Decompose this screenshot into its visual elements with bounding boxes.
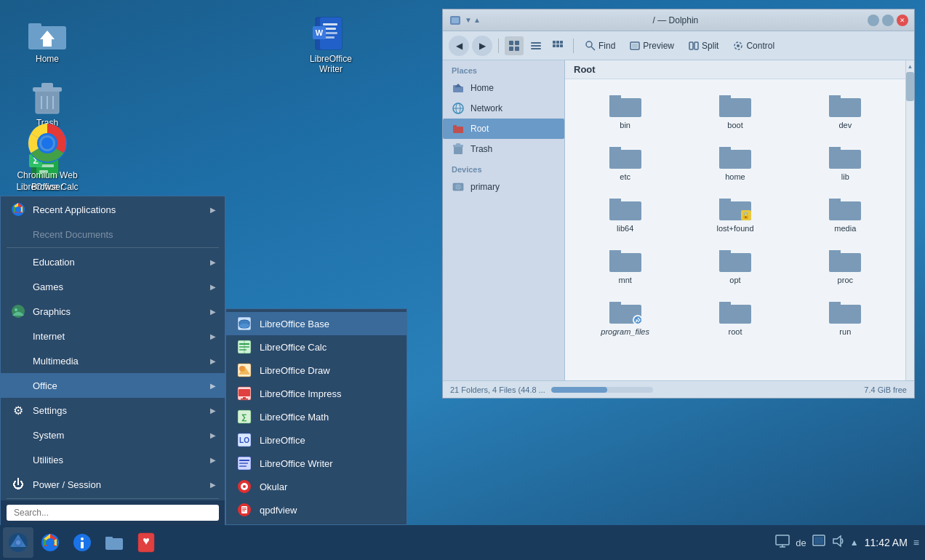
svg-marker-150: [833, 536, 841, 546]
sidebar-item-primary[interactable]: primary: [443, 177, 564, 197]
svg-rect-77: [560, 41, 563, 44]
submenu-item-okular[interactable]: Okular: [226, 475, 407, 498]
desktop-icon-home[interactable]: Home: [15, 15, 80, 64]
folder-icon-bin: [608, 91, 643, 119]
folder-icon-lib64: [608, 194, 643, 222]
menu-item-recent-docs[interactable]: Recent Documents: [1, 223, 225, 246]
menu-item-multimedia[interactable]: Multimedia ▶: [1, 348, 225, 373]
menu-item-utilities[interactable]: Utilities ▶: [1, 447, 225, 472]
search-input[interactable]: [7, 505, 219, 521]
folder-icon-dev: [828, 91, 862, 119]
file-item-boot[interactable]: boot: [681, 85, 789, 135]
statusbar-free: 7.4 GiB free: [864, 385, 907, 394]
preview-label: Preview: [643, 41, 674, 51]
maximize-button[interactable]: [882, 15, 894, 26]
submenu-item-lo-impress[interactable]: LibreOffice Impress: [226, 382, 407, 405]
preview-button[interactable]: Preview: [624, 38, 680, 54]
folder-icon-home: [718, 143, 753, 170]
back-button[interactable]: ◀: [449, 36, 469, 56]
lo-draw-icon: [236, 362, 252, 378]
sidebar-item-root[interactable]: Root: [443, 119, 564, 139]
find-button[interactable]: Find: [580, 38, 621, 54]
submenu-item-lo-math[interactable]: ∑ LibreOffice Math: [226, 405, 407, 428]
submenu-item-lo-draw[interactable]: LibreOffice Draw: [226, 359, 407, 382]
submenu-item-lo-base[interactable]: LibreOffice Base: [226, 312, 407, 335]
qpdfview-label: qpdfview: [260, 505, 297, 516]
svg-rect-141: [105, 538, 123, 550]
split-button[interactable]: Split: [683, 38, 724, 54]
title-down-arrow[interactable]: ▼: [465, 16, 472, 24]
control-label: Control: [746, 41, 774, 51]
taskbar-volume-icon[interactable]: [831, 535, 844, 551]
taskbar-monitor-icon[interactable]: [775, 535, 790, 551]
trash-icon: [24, 79, 71, 118]
close-button[interactable]: ✕: [897, 15, 908, 26]
scrollbar-up[interactable]: ▲: [906, 60, 914, 72]
power-icon: ⏻: [9, 476, 27, 493]
file-item-root[interactable]: root: [681, 292, 789, 342]
file-name-opt: opt: [729, 276, 740, 284]
menu-item-settings[interactable]: ⚙ Settings ▶: [1, 398, 225, 423]
file-item-program-files[interactable]: program_files: [571, 292, 679, 342]
submenu-item-lo-calc[interactable]: LibreOffice Calc: [226, 335, 407, 359]
kde-button[interactable]: [3, 527, 33, 558]
file-item-etc[interactable]: etc: [571, 137, 679, 187]
trash-sidebar-label: Trash: [470, 144, 492, 154]
sidebar-item-network[interactable]: Network: [443, 98, 564, 119]
menu-item-graphics[interactable]: Graphics ▶: [1, 299, 225, 324]
file-item-bin[interactable]: bin: [571, 85, 679, 135]
desktop-icon-lo-writer[interactable]: W LibreOffice Writer: [298, 15, 364, 74]
menu-item-power[interactable]: ⏻ Power / Session ▶: [1, 472, 225, 497]
sidebar-item-trash[interactable]: Trash: [443, 139, 564, 159]
menu-item-office[interactable]: Office ▶: [1, 373, 225, 398]
sidebar-item-home[interactable]: Home: [443, 78, 564, 98]
svg-rect-49: [241, 399, 248, 400]
file-item-media[interactable]: media: [791, 188, 900, 239]
file-item-lib[interactable]: lib: [791, 137, 900, 187]
taskbar-info[interactable]: [67, 527, 97, 558]
scrollbar[interactable]: ▲: [905, 60, 914, 380]
submenu-item-qpdfview[interactable]: qpdfview: [226, 498, 407, 521]
file-item-run[interactable]: run: [791, 292, 900, 342]
svg-rect-130: [719, 302, 731, 306]
file-item-dev[interactable]: dev: [791, 85, 900, 135]
menu-item-internet[interactable]: Internet ▶: [1, 324, 225, 348]
menu-item-education[interactable]: Education ▶: [1, 249, 225, 274]
svg-point-102: [457, 186, 459, 188]
menu-item-recent-apps[interactable]: Recent Applications ▶: [1, 196, 225, 223]
okular-icon: [236, 479, 252, 495]
file-item-home[interactable]: home: [681, 137, 789, 187]
forward-button[interactable]: ▶: [472, 36, 492, 56]
file-item-opt[interactable]: opt: [681, 240, 789, 290]
taskbar-expand-icon[interactable]: ▲: [850, 537, 859, 548]
view-list-button[interactable]: [526, 36, 545, 55]
taskbar-time: 11:42 AM: [865, 537, 908, 548]
taskbar-menu-icon[interactable]: ≡: [913, 537, 919, 548]
view-grid-button[interactable]: [505, 36, 524, 55]
svg-point-60: [243, 485, 246, 488]
taskbar-files[interactable]: [99, 527, 129, 558]
file-item-lib64[interactable]: lib64: [571, 188, 679, 239]
file-item-proc[interactable]: proc: [791, 240, 900, 290]
title-up-arrow[interactable]: ▲: [473, 16, 481, 24]
svg-rect-70: [509, 47, 513, 51]
scrollbar-thumb[interactable]: [906, 72, 914, 101]
taskbar-solitaire[interactable]: ♥: [131, 527, 161, 558]
control-button[interactable]: Control: [727, 38, 780, 54]
submenu-item-lo[interactable]: LO LibreOffice: [226, 428, 407, 452]
menu-item-games[interactable]: Games ▶: [1, 274, 225, 299]
taskbar-chromium[interactable]: [35, 527, 65, 558]
menu-item-system[interactable]: System ▶: [1, 423, 225, 447]
desktop-icon-chromium[interactable]: Chromium Web Browser: [15, 120, 80, 193]
view-compact-button[interactable]: [548, 36, 567, 55]
file-name-media: media: [834, 224, 856, 233]
office-arrow: ▶: [210, 382, 216, 390]
taskbar-network-icon[interactable]: [812, 535, 825, 551]
svg-rect-109: [609, 150, 641, 169]
file-item-lostfound[interactable]: 🔒 lost+found: [681, 188, 789, 239]
lo-calc-sub-label: LibreOffice Calc: [260, 342, 327, 353]
minimize-button[interactable]: [868, 15, 879, 26]
submenu-item-lo-writer[interactable]: LibreOffice Writer: [226, 452, 407, 475]
file-item-mnt[interactable]: mnt: [571, 240, 679, 290]
file-name-mnt: mnt: [618, 276, 631, 284]
